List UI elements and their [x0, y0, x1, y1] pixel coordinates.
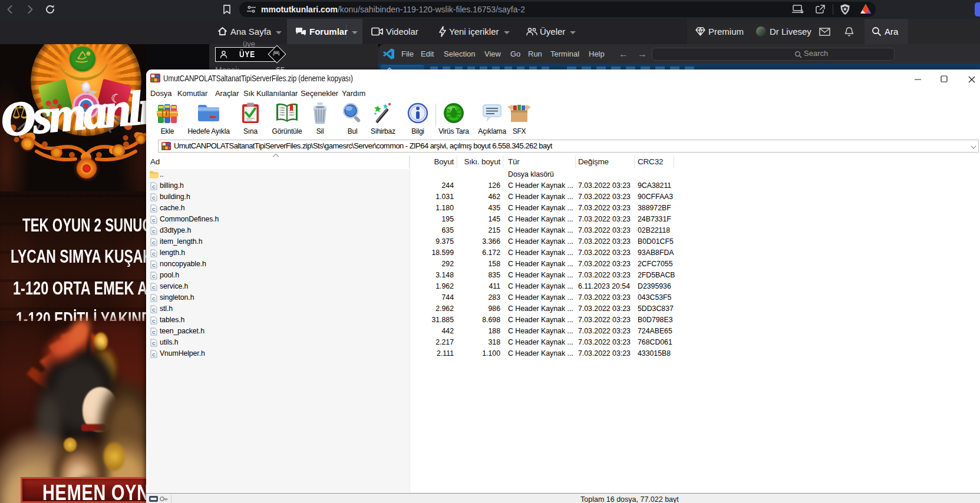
svg-text:C: C — [152, 296, 156, 302]
svg-text:C: C — [152, 196, 156, 201]
svg-text:C: C — [152, 218, 156, 223]
svg-text:C: C — [152, 307, 156, 313]
svg-text:C: C — [152, 229, 156, 234]
svg-text:C: C — [152, 252, 156, 257]
svg-text:C: C — [152, 341, 156, 346]
svg-text:C: C — [152, 184, 156, 190]
svg-text:C: C — [152, 240, 156, 246]
svg-text:C: C — [152, 330, 156, 335]
svg-text:C: C — [152, 263, 156, 268]
svg-text:Osmanlı: Osmanlı — [0, 80, 146, 147]
svg-text:C: C — [152, 319, 156, 324]
svg-text:C: C — [152, 285, 156, 290]
svg-text:C: C — [152, 207, 156, 212]
svg-text:C: C — [152, 352, 156, 358]
svg-text:C: C — [152, 274, 156, 279]
